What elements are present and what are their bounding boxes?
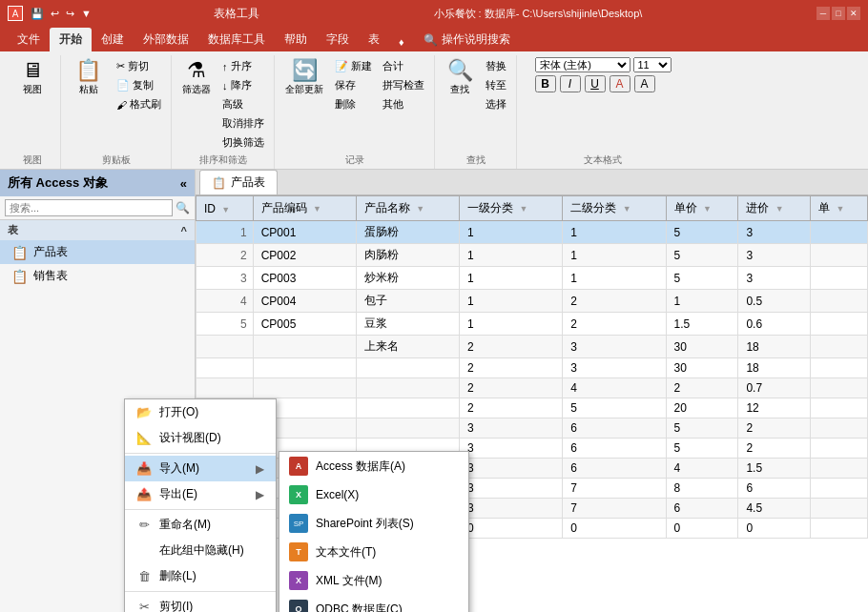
table-cell[interactable]: 7 [563,499,666,519]
font-color-btn[interactable]: A [610,75,630,92]
table-cell[interactable]: 3 [460,439,563,459]
sub-odbc[interactable]: O ODBC 数据库(C) [279,595,468,612]
table-cell[interactable]: CP003 [253,267,356,290]
table-cell[interactable]: 1 [460,244,563,267]
tab-db-tools[interactable]: 数据库工具 [198,28,275,51]
table-cell[interactable] [356,398,459,418]
table-cell[interactable] [811,439,868,459]
sub-excel[interactable]: X Excel(X) [279,480,468,509]
nav-search-icon[interactable]: 🔍 [176,201,190,214]
ctx-import[interactable]: 📥 导入(M) ▶ [125,456,276,481]
table-cell[interactable]: 0 [563,519,666,539]
copy-btn[interactable]: 📄 复制 [113,76,165,94]
table-cell[interactable]: 12 [738,398,811,418]
table-cell[interactable] [811,221,868,244]
asc-sort-btn[interactable]: ↑ 升序 [218,57,268,75]
table-row[interactable]: 5CP005豆浆121.50.6 [196,313,868,336]
table-row[interactable]: 2420.7 [196,378,868,398]
desc-sort-btn[interactable]: ↓ 降序 [218,76,268,94]
table-cell[interactable] [196,378,254,398]
table-cell[interactable]: 5 [666,418,738,439]
table-cell[interactable] [356,378,459,398]
ctx-hide[interactable]: 在此组中隐藏(H) [125,538,276,563]
table-cell[interactable] [811,267,868,290]
nav-section-table[interactable]: 表 ^ [0,220,195,240]
table-cell[interactable] [811,398,868,418]
table-cell[interactable] [356,418,459,439]
spell-btn[interactable]: 拼写检查 [379,76,428,94]
table-cell[interactable]: 3 [738,221,811,244]
table-cell[interactable] [811,313,868,336]
table-cell[interactable]: 1 [460,290,563,313]
table-cell[interactable]: 4 [196,290,254,313]
table-cell[interactable]: 0 [460,519,563,539]
table-cell[interactable]: 上来名 [356,336,459,358]
format-painter-btn[interactable]: 🖌 格式刷 [113,95,165,113]
table-cell[interactable]: 1 [666,290,738,313]
sub-sharepoint[interactable]: SP SharePoint 列表(S) [279,509,468,538]
table-row[interactable]: 上来名233018 [196,336,868,358]
table-cell[interactable]: 2 [196,244,254,267]
table-cell[interactable]: 1 [196,221,254,244]
table-cell[interactable]: 6 [563,459,666,479]
table-cell[interactable]: 包子 [356,290,459,313]
table-cell[interactable]: 0.6 [738,313,811,336]
table-cell[interactable] [196,336,254,358]
table-cell[interactable]: 6 [738,479,811,499]
table-row[interactable]: 4CP004包子1210.5 [196,290,868,313]
table-cell[interactable]: 3 [460,499,563,519]
col-price[interactable]: 单价 ▼ [666,196,738,221]
sub-xml[interactable]: X XML 文件(M) [279,566,468,595]
col-code[interactable]: 产品编码 ▼ [253,196,356,221]
table-cell[interactable]: CP004 [253,290,356,313]
table-cell[interactable]: 0.7 [738,378,811,398]
table-cell[interactable] [196,358,254,378]
view-btn[interactable]: 🖥 视图 [13,57,52,99]
doc-tab-products[interactable]: 📋 产品表 [199,170,278,194]
table-cell[interactable]: 3 [563,336,666,358]
table-cell[interactable]: 2 [460,378,563,398]
table-cell[interactable]: 3 [563,358,666,378]
tab-table[interactable]: 表 [359,28,389,51]
nav-item-sales[interactable]: 📋 销售表 [0,264,195,288]
table-cell[interactable]: 8 [666,479,738,499]
table-cell[interactable]: 0 [738,519,811,539]
underline-btn[interactable]: U [585,75,606,92]
table-cell[interactable]: 5 [666,221,738,244]
tab-search[interactable]: 🔍 操作说明搜索 [414,28,520,51]
ctx-export[interactable]: 📤 导出(E) ▶ [125,481,276,507]
table-cell[interactable]: 1 [460,221,563,244]
table-cell[interactable] [253,336,356,358]
sum-btn[interactable]: 合计 [379,57,428,75]
col-cat2[interactable]: 二级分类 ▼ [563,196,666,221]
table-cell[interactable] [356,358,459,378]
tab-start[interactable]: 开始 [50,28,92,51]
table-cell[interactable]: 30 [666,358,738,378]
italic-btn[interactable]: I [560,75,581,92]
table-cell[interactable]: 2 [460,358,563,378]
table-cell[interactable]: 18 [738,336,811,358]
table-cell[interactable]: 1 [563,244,666,267]
tab-field[interactable]: 字段 [317,28,359,51]
table-cell[interactable]: 30 [666,336,738,358]
ctx-rename[interactable]: ✏ 重命名(M) [125,512,276,538]
tab-diamond[interactable]: ♦ [389,32,414,51]
table-cell[interactable] [253,378,356,398]
table-cell[interactable]: 2 [563,313,666,336]
table-cell[interactable]: 5 [666,244,738,267]
table-cell[interactable] [811,290,868,313]
table-cell[interactable]: CP001 [253,221,356,244]
col-cat1[interactable]: 一级分类 ▼ [460,196,563,221]
table-cell[interactable]: 5 [563,398,666,418]
more-btn[interactable]: 其他 [379,95,428,113]
col-name[interactable]: 产品名称 ▼ [356,196,459,221]
table-cell[interactable]: 0.5 [738,290,811,313]
redo-btn[interactable]: ↪ [64,6,76,22]
table-cell[interactable]: 6 [563,439,666,459]
table-cell[interactable] [811,378,868,398]
table-cell[interactable]: 5 [196,313,254,336]
table-cell[interactable]: 豆浆 [356,313,459,336]
replace-btn[interactable]: 替换 [482,57,510,75]
table-cell[interactable]: 2 [738,418,811,439]
tab-help[interactable]: 帮助 [275,28,317,51]
